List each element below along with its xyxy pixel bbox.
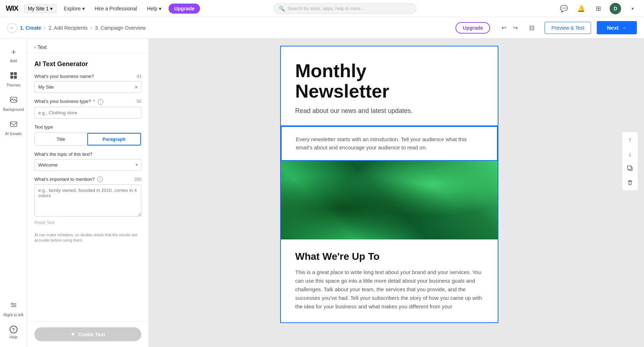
important-info-icon[interactable]: i bbox=[97, 177, 103, 182]
back-arrow-icon: ← bbox=[10, 25, 15, 31]
important-textarea-wrapper bbox=[34, 184, 141, 218]
text-type-group: Text type Title Paragraph bbox=[34, 124, 141, 146]
right-action-bar: ↑ ↓ bbox=[622, 132, 638, 191]
nav-icons: 💬 🔔 ⊞ D ▾ bbox=[558, 3, 638, 14]
ai-emails-icon bbox=[10, 120, 18, 130]
sidebar-item-help[interactable]: ? Help bbox=[1, 322, 26, 343]
svg-rect-8 bbox=[628, 166, 631, 169]
sidebar-item-right-to-left[interactable]: Right to left bbox=[1, 298, 26, 321]
email-intro[interactable]: Every newsletter starts with an introduc… bbox=[281, 126, 498, 161]
site-name-label: My Site 1 bbox=[28, 6, 49, 11]
topic-select[interactable]: Welcome Product Update Promotion Newslet… bbox=[34, 159, 141, 171]
important-label: What's important to mention? i bbox=[34, 177, 103, 183]
sidebar-item-background[interactable]: Background bbox=[1, 92, 26, 115]
redo-button[interactable]: ↪ bbox=[510, 23, 520, 33]
important-textarea[interactable] bbox=[34, 184, 141, 217]
email-image[interactable] bbox=[281, 161, 498, 239]
ai-disclaimer: AI can make mistakes, so double-check th… bbox=[34, 232, 141, 243]
breadcrumb-step-2[interactable]: 2. Add Recipients bbox=[49, 25, 88, 31]
sidebar-item-themes[interactable]: Themes bbox=[1, 68, 26, 91]
email-template: Monthly Newsletter Read about our news a… bbox=[280, 46, 498, 323]
undo-redo-group: ↩ ↪ bbox=[499, 23, 520, 33]
topic-group: What's the topic of this text? Welcome P… bbox=[34, 152, 141, 171]
text-type-paragraph-button[interactable]: Paragraph bbox=[87, 133, 141, 145]
sidebar-item-ai-emails[interactable]: AI Emails bbox=[1, 117, 26, 139]
top-nav: WIX My Site 1 ▾ Explore ▾ Hire a Profess… bbox=[0, 0, 644, 17]
email-title: Monthly Newsletter bbox=[295, 61, 483, 101]
svg-rect-6 bbox=[10, 122, 17, 127]
business-type-input-wrapper bbox=[34, 107, 141, 119]
business-name-input[interactable] bbox=[34, 81, 141, 93]
undo-button[interactable]: ↩ bbox=[499, 23, 509, 33]
sparkle-icon: ✦ bbox=[70, 331, 75, 338]
reset-text-button[interactable]: Reset Text bbox=[34, 220, 141, 225]
explore-menu[interactable]: Explore ▾ bbox=[61, 4, 87, 13]
business-name-group: What's your business name? 43 ✕ bbox=[34, 74, 141, 93]
preview-test-button[interactable]: Preview & Test bbox=[545, 22, 591, 34]
hire-professional-link[interactable]: Hire a Professional bbox=[92, 4, 140, 13]
text-type-buttons: Title Paragraph bbox=[34, 133, 141, 146]
email-header[interactable]: Monthly Newsletter Read about our news a… bbox=[281, 46, 498, 126]
important-char-count: 350 bbox=[134, 177, 141, 182]
layout-toggle-icon[interactable]: ⊟ bbox=[526, 22, 537, 34]
avatar[interactable]: D bbox=[610, 3, 621, 14]
account-chevron-icon[interactable]: ▾ bbox=[627, 3, 638, 14]
panel: ‹ Text AI Text Generator What's your bus… bbox=[27, 39, 149, 347]
email-image-inner bbox=[281, 161, 498, 239]
chevron-down-icon: ▾ bbox=[82, 6, 85, 11]
chat-icon[interactable]: 💬 bbox=[558, 3, 570, 14]
important-label-row: What's important to mention? i 350 bbox=[34, 177, 141, 183]
duplicate-button[interactable] bbox=[624, 162, 636, 175]
business-name-label: What's your business name? bbox=[34, 74, 94, 79]
notification-icon[interactable]: 🔔 bbox=[575, 3, 587, 14]
sidebar-item-add[interactable]: ＋ Add bbox=[1, 43, 26, 66]
background-icon bbox=[10, 96, 18, 106]
topic-label-row: What's the topic of this text? bbox=[34, 152, 141, 157]
text-type-title-button[interactable]: Title bbox=[35, 133, 87, 145]
business-name-label-row: What's your business name? 43 bbox=[34, 74, 141, 79]
back-button[interactable]: ← bbox=[7, 23, 17, 33]
grid-icon[interactable]: ⊞ bbox=[592, 3, 604, 14]
upgrade-button-breadcrumb[interactable]: Upgrade bbox=[455, 22, 490, 34]
business-type-label: What's your business type? * i bbox=[34, 99, 103, 105]
search-bar[interactable]: 🔍 Search for tools, apps, help & more... bbox=[273, 3, 416, 14]
back-chevron-icon: ‹ bbox=[34, 44, 36, 50]
create-text-button[interactable]: ✦ Create Text bbox=[34, 327, 141, 341]
business-type-group: What's your business type? * i 50 bbox=[34, 99, 141, 119]
upgrade-button-top[interactable]: Upgrade bbox=[169, 4, 200, 14]
breadcrumb-step-3[interactable]: 3. Campaign Overview bbox=[95, 25, 146, 31]
email-body[interactable]: What We're Up To This is a great place t… bbox=[281, 239, 498, 322]
breadcrumb-separator-2: › bbox=[91, 25, 92, 31]
business-type-input[interactable] bbox=[34, 107, 141, 119]
topic-select-wrapper: Welcome Product Update Promotion Newslet… bbox=[34, 159, 141, 171]
next-arrow-icon: → bbox=[621, 25, 627, 31]
svg-rect-1 bbox=[14, 72, 17, 75]
site-name-button[interactable]: My Site 1 ▾ bbox=[24, 4, 57, 13]
move-up-button[interactable]: ↑ bbox=[624, 133, 636, 146]
panel-back-button[interactable]: ‹ Text bbox=[34, 44, 47, 50]
panel-header: ‹ Text bbox=[27, 39, 148, 53]
business-name-char-count: 43 bbox=[137, 74, 141, 79]
clear-business-name-icon[interactable]: ✕ bbox=[134, 84, 138, 90]
icon-sidebar: ＋ Add Themes Backgrou bbox=[0, 39, 27, 347]
panel-footer: ✦ Create Text bbox=[27, 321, 148, 347]
move-down-button[interactable]: ↓ bbox=[624, 148, 636, 160]
svg-rect-3 bbox=[14, 76, 17, 79]
panel-section-title: AI Text Generator bbox=[34, 60, 141, 68]
wix-logo: WIX bbox=[6, 4, 18, 13]
help-icon: ? bbox=[10, 326, 18, 333]
business-type-info-icon[interactable]: i bbox=[98, 99, 103, 105]
next-button[interactable]: Next → bbox=[597, 21, 637, 34]
email-subtitle: Read about our news and latest updates. bbox=[295, 107, 483, 115]
canvas-area: Monthly Newsletter Read about our news a… bbox=[149, 39, 644, 347]
required-asterisk: * bbox=[93, 99, 95, 104]
delete-button[interactable] bbox=[624, 176, 636, 189]
topic-label: What's the topic of this text? bbox=[34, 152, 92, 157]
business-type-label-row: What's your business type? * i 50 bbox=[34, 99, 141, 105]
right-to-left-icon bbox=[10, 301, 18, 311]
search-icon: 🔍 bbox=[279, 6, 285, 11]
themes-icon bbox=[10, 71, 18, 81]
help-menu[interactable]: Help ▾ bbox=[144, 4, 164, 13]
text-type-label: Text type bbox=[34, 124, 141, 130]
breadcrumb-step-1[interactable]: 1. Create bbox=[20, 25, 41, 31]
